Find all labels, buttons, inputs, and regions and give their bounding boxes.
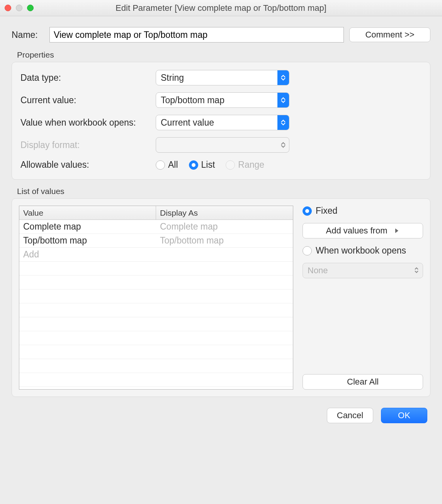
on-open-select[interactable]: Current value <box>156 115 289 130</box>
on-open-label: Value when workbook opens: <box>20 117 156 128</box>
chevron-updown-icon <box>414 266 419 276</box>
properties-group-label: Properties <box>17 50 430 60</box>
th-display-as: Display As <box>156 206 293 220</box>
table-row <box>19 303 293 317</box>
allowable-label: Allowable values: <box>20 160 156 170</box>
chevron-updown-icon <box>277 93 289 107</box>
radio-icon <box>226 160 235 170</box>
name-input[interactable] <box>49 27 344 43</box>
on-open-value: Current value <box>156 115 277 130</box>
cell-value: Complete map <box>19 221 156 233</box>
data-type-value: String <box>156 70 277 85</box>
cancel-button[interactable]: Cancel <box>327 408 373 423</box>
titlebar: Edit Parameter [View complete map or Top… <box>0 0 442 16</box>
name-label: Name: <box>12 30 44 40</box>
table-row <box>19 345 293 359</box>
table-row[interactable]: Complete map Complete map <box>19 220 293 234</box>
clear-all-label: Clear All <box>347 377 379 387</box>
current-value-value: Top/bottom map <box>156 93 277 107</box>
cell-display-as: Top/bottom map <box>156 235 293 247</box>
add-placeholder: Add <box>19 249 156 261</box>
radio-icon <box>156 160 165 170</box>
table-row <box>19 262 293 276</box>
clear-all-button[interactable]: Clear All <box>303 374 423 390</box>
ok-button[interactable]: OK <box>381 408 427 423</box>
table-add-row[interactable]: Add <box>19 248 293 262</box>
table-row <box>19 373 293 387</box>
radio-when-open[interactable]: When workbook opens <box>303 245 423 256</box>
radio-when-open-label: When workbook opens <box>316 245 406 256</box>
cell-display-as: Complete map <box>156 221 293 233</box>
current-value-select[interactable]: Top/bottom map <box>156 92 289 108</box>
add-values-label: Add values from <box>326 226 388 236</box>
radio-icon <box>303 246 312 255</box>
radio-fixed[interactable]: Fixed <box>303 206 423 216</box>
window-title: Edit Parameter [View complete map or Top… <box>0 3 442 13</box>
chevron-right-icon <box>394 228 400 233</box>
radio-range-label: Range <box>238 160 264 170</box>
radio-all[interactable]: All <box>156 160 178 170</box>
when-open-select: None <box>303 263 423 278</box>
values-table[interactable]: Value Display As Complete map Complete m… <box>19 206 293 390</box>
list-group-label: List of values <box>17 187 430 196</box>
table-row <box>19 331 293 345</box>
display-format-value <box>156 138 277 152</box>
radio-icon <box>303 206 312 216</box>
data-type-select[interactable]: String <box>156 70 289 85</box>
radio-list-label: List <box>201 160 215 170</box>
chevron-updown-icon <box>277 70 289 85</box>
data-type-label: Data type: <box>20 73 156 83</box>
table-row <box>19 317 293 331</box>
table-row <box>19 289 293 303</box>
table-row[interactable]: Top/bottom map Top/bottom map <box>19 234 293 248</box>
when-open-value: None <box>308 266 328 276</box>
radio-range: Range <box>226 160 264 170</box>
comment-button[interactable]: Comment >> <box>349 27 430 42</box>
radio-fixed-label: Fixed <box>316 206 337 216</box>
th-value: Value <box>19 206 156 220</box>
display-format-select <box>156 137 289 153</box>
table-header: Value Display As <box>19 206 293 220</box>
display-format-label: Display format: <box>20 140 156 150</box>
radio-list[interactable]: List <box>189 160 215 170</box>
radio-all-label: All <box>168 160 178 170</box>
properties-panel: Data type: String Current value: Top/bot… <box>12 62 430 180</box>
table-body: Complete map Complete map Top/bottom map… <box>19 220 293 389</box>
radio-icon <box>189 160 198 170</box>
table-row <box>19 276 293 289</box>
chevron-updown-icon <box>277 138 289 152</box>
list-panel: Value Display As Complete map Complete m… <box>12 198 430 397</box>
cell-value: Top/bottom map <box>19 235 156 247</box>
chevron-updown-icon <box>277 115 289 130</box>
current-value-label: Current value: <box>20 95 156 106</box>
add-values-button[interactable]: Add values from <box>303 223 423 238</box>
table-row <box>19 359 293 373</box>
